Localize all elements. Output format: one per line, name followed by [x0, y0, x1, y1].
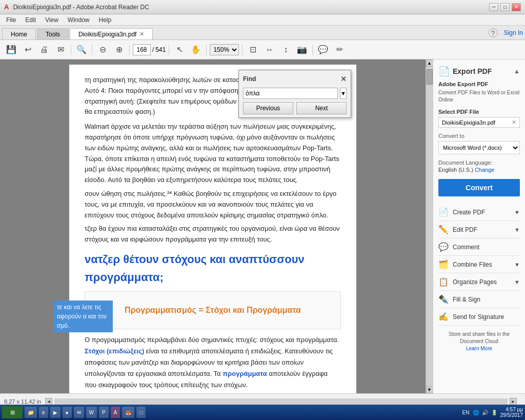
pdf-blue-link-1[interactable]: Στόχοι (επιδιώξεις) — [85, 347, 144, 355]
page-number-input[interactable] — [133, 44, 151, 55]
save-icon[interactable]: 💾 — [4, 43, 18, 57]
print-icon[interactable]: 🖨 — [37, 43, 51, 57]
horizontal-scrollbar[interactable] — [54, 398, 508, 405]
tab-home[interactable]: Home — [2, 28, 36, 39]
pdf-blue-link-2[interactable]: προγράμματα — [223, 370, 267, 377]
zoom-out-icon[interactable]: ⊖ — [95, 43, 110, 57]
scroll-down-arrow[interactable]: ▼ — [426, 386, 433, 393]
panel-action-comment[interactable]: 💬 Comment — [438, 238, 520, 256]
title-bar: A DioikisiEpixigia3n.pdf - Adobe Acrobat… — [0, 0, 525, 14]
menu-file[interactable]: File — [2, 15, 20, 25]
page-separator: / — [152, 46, 154, 53]
adobe-export-title: Adobe Export PDF — [438, 81, 520, 87]
convert-to-select[interactable]: Microsoft Word (*.docx) — [438, 141, 520, 154]
organize-pages-icon: 📋 — [438, 277, 449, 287]
taskbar-item-mail[interactable]: ✉ — [74, 407, 84, 418]
comment-icon[interactable]: 💬 — [316, 43, 330, 57]
window-title: DioikisiEpixigia3n.pdf - Adobe Acrobat R… — [13, 4, 149, 11]
export-chevron-up-icon[interactable]: ▲ — [514, 68, 520, 75]
close-button[interactable]: ✕ — [512, 3, 521, 11]
menu-help[interactable]: Help — [95, 15, 116, 25]
start-button[interactable]: ⊞ — [2, 406, 23, 418]
taskbar-item-chrome[interactable]: ● — [63, 407, 72, 418]
tab-tools[interactable]: Tools — [37, 28, 69, 39]
panel-action-edit-pdf[interactable]: ✏️ Edit PDF ▼ — [438, 221, 520, 238]
panel-action-combine-files[interactable]: 🗂️ Combine Files ▼ — [438, 256, 520, 273]
horizontal-scrollbar-area[interactable]: ◄ ► — [45, 398, 517, 405]
taskbar-item-acrobat[interactable]: A — [111, 407, 120, 418]
pdf-wrapper: Find ✕ ▼ Previous Next τε και ν — [0, 59, 433, 393]
find-close-button[interactable]: ✕ — [340, 73, 347, 85]
help-icon[interactable]: ? — [489, 28, 498, 37]
taskbar-item-office[interactable]: W — [86, 407, 97, 418]
pdf-area[interactable]: Find ✕ ▼ Previous Next τε και ν — [0, 59, 433, 393]
scroll-up-arrow[interactable]: ▲ — [426, 59, 433, 67]
file-selector: DioikisiEpixigia3n.pdf ✕ — [438, 117, 520, 128]
email-icon[interactable]: ✉ — [53, 43, 68, 57]
menu-window[interactable]: Window — [64, 15, 94, 25]
convert-button[interactable]: Convert — [438, 179, 520, 196]
taskbar-item-firefox[interactable]: 🦊 — [122, 407, 134, 418]
fit-height-icon[interactable]: ↕ — [278, 43, 293, 57]
find-dropdown-btn[interactable]: ▼ — [340, 88, 347, 99]
comment-label: Comment — [453, 244, 479, 251]
page-dimensions: 8,27 x 11,42 in — [4, 398, 41, 405]
page-input-group: / 541 — [133, 44, 166, 55]
organize-pages-chevron-icon: ▼ — [514, 279, 520, 285]
taskbar-time-value: 4:57 μμ — [506, 407, 523, 412]
pdf-scroll-area[interactable]: Find ✕ ▼ Previous Next τε και ν — [0, 59, 426, 393]
taskbar-item-media[interactable]: ▶ — [50, 407, 60, 418]
panel-action-send-signature[interactable]: ✍️ Send for Signature — [438, 308, 520, 326]
taskbar-volume-icon[interactable]: 🔊 — [482, 410, 488, 415]
learn-more-link[interactable]: Learn More — [466, 346, 492, 351]
menu-edit[interactable]: Edit — [21, 15, 40, 25]
scroll-left-arrow[interactable]: ◄ — [45, 398, 52, 405]
maximize-button[interactable]: □ — [500, 3, 510, 11]
export-pdf-icon: 📄 — [438, 66, 450, 77]
menu-bar: File Edit View Window Help — [0, 14, 525, 26]
panel-action-fill-sign[interactable]: ✒️ Fill & Sign — [438, 291, 520, 308]
pdf-walmart: Walmart άρχισε να μελετάει την τεράστια … — [85, 122, 341, 186]
tab-document[interactable]: DioikisiEpixigia3n.pdf ✕ — [70, 28, 153, 39]
pen-icon[interactable]: ✏ — [332, 43, 347, 57]
taskbar-item-ppt[interactable]: P — [99, 407, 109, 418]
fit-width-icon[interactable]: ↔ — [262, 43, 276, 57]
toolbar: 💾 ↩ 🖨 ✉ 🔍 ⊖ ⊕ / 541 ↖ ✋ 150% 100% 125% 2… — [0, 40, 525, 59]
find-dialog: Find ✕ ▼ Previous Next — [238, 70, 351, 118]
hand-tool-icon[interactable]: ✋ — [189, 43, 203, 57]
find-previous-button[interactable]: Previous — [243, 102, 293, 114]
find-next-button[interactable]: Next — [296, 102, 347, 114]
panel-action-organize[interactable]: 📋 Organize Pages ▼ — [438, 273, 520, 291]
minimize-button[interactable]: ─ — [489, 3, 498, 11]
panel-action-create-pdf[interactable]: 📄 Create PDF ▼ — [438, 204, 520, 221]
panel-footer: Store and share files in the Document Cl… — [438, 331, 520, 352]
zoom-in-icon[interactable]: ⊕ — [112, 43, 126, 57]
cursor-tool-icon[interactable]: ↖ — [172, 43, 187, 57]
create-pdf-label: Create PDF — [453, 209, 485, 216]
find-dialog-titlebar: Find ✕ — [243, 73, 347, 85]
filename-label: DioikisiEpixigia3n.pdf — [442, 119, 495, 126]
tab-document-label: DioikisiEpixigia3n.pdf — [78, 31, 136, 38]
change-language-link[interactable]: Change — [475, 167, 495, 173]
combine-files-chevron-icon: ▼ — [514, 262, 520, 268]
taskbar-item-ie[interactable]: e — [39, 407, 48, 418]
sign-in-button[interactable]: Sign In — [504, 29, 523, 36]
fit-page-icon[interactable]: ⊡ — [246, 43, 260, 57]
snapshot-icon[interactable]: 📷 — [295, 43, 309, 57]
search-icon[interactable]: 🔍 — [74, 43, 89, 57]
menu-view[interactable]: View — [41, 15, 63, 25]
taskbar-item-vm[interactable]: □ — [136, 407, 146, 418]
undo-icon[interactable]: ↩ — [21, 43, 35, 57]
file-remove-icon[interactable]: ✕ — [512, 119, 516, 126]
find-buttons: Previous Next — [243, 102, 347, 114]
scroll-right-arrow[interactable]: ► — [510, 398, 517, 405]
taskbar-item-explorer[interactable]: 📁 — [25, 407, 37, 418]
send-signature-icon: ✍️ — [438, 312, 449, 322]
fill-sign-label: Fill & Sign — [453, 296, 480, 303]
tab-close-icon[interactable]: ✕ — [139, 31, 144, 37]
find-input[interactable] — [243, 88, 338, 99]
vertical-scrollbar[interactable]: ▲ ▼ — [426, 59, 433, 393]
scroll-thumb[interactable] — [427, 69, 433, 85]
zoom-select[interactable]: 150% 100% 125% 200% — [210, 44, 239, 55]
right-panel: 📄 Export PDF ▲ Adobe Export PDF Convert … — [433, 59, 525, 393]
